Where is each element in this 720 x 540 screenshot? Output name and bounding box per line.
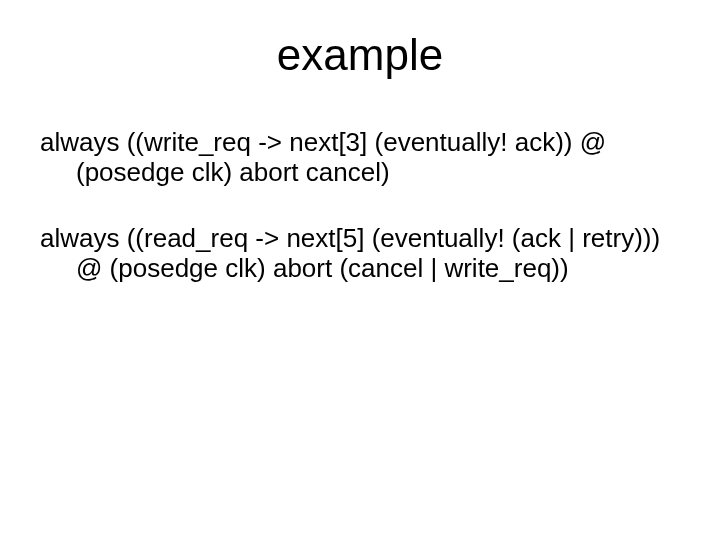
assertion-2: always ((read_req -> next[5] (eventually… [40, 224, 680, 284]
assertion-1: always ((write_req -> next[3] (eventuall… [40, 128, 680, 188]
assertion-1-line2: (posedge clk) abort cancel) [76, 158, 680, 188]
slide-title: example [40, 30, 680, 80]
assertion-2-line1: always ((read_req -> next[5] (eventually… [40, 224, 680, 254]
slide: example always ((write_req -> next[3] (e… [0, 0, 720, 540]
assertion-2-line2: @ (posedge clk) abort (cancel | write_re… [76, 254, 680, 284]
assertion-1-line1: always ((write_req -> next[3] (eventuall… [40, 128, 680, 158]
